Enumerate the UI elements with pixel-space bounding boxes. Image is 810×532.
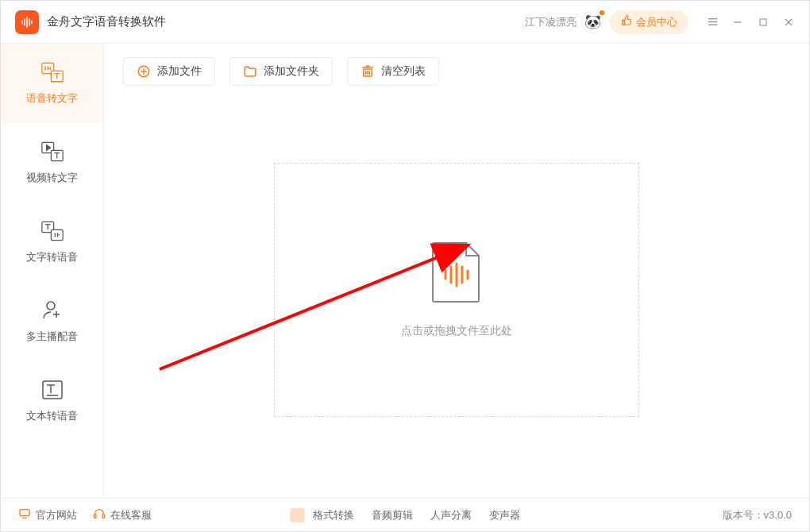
sidebar-item-video-to-text[interactable]: 视频转文字 <box>1 123 103 202</box>
drop-zone[interactable]: 点击或拖拽文件至此处 <box>274 163 639 417</box>
member-center-button[interactable]: 会员中心 <box>610 10 688 34</box>
audio-edit-link[interactable]: 音频剪辑 <box>372 508 413 522</box>
footer-link-label: 音频剪辑 <box>372 508 413 522</box>
plus-circle-icon <box>137 64 151 79</box>
svg-rect-30 <box>51 229 63 240</box>
voice-changer-link[interactable]: 变声器 <box>489 508 520 522</box>
add-folder-button[interactable]: 添加文件夹 <box>230 57 333 86</box>
avatar-panda-icon[interactable]: 🐼 <box>581 11 604 33</box>
official-website-label: 官方网站 <box>36 508 77 522</box>
sidebar-item-label: 语音转文字 <box>26 91 78 106</box>
text-to-audio-icon <box>41 220 64 242</box>
maximize-button[interactable] <box>750 10 776 35</box>
sidebar-item-label: 视频转文字 <box>26 171 78 185</box>
app-logo <box>15 10 39 34</box>
add-file-button[interactable]: 添加文件 <box>123 57 215 86</box>
headset-icon <box>93 507 106 522</box>
footer-link-label: 变声器 <box>489 508 520 522</box>
official-website-link[interactable]: 官方网站 <box>18 507 77 522</box>
online-support-link[interactable]: 在线客服 <box>93 507 152 522</box>
svg-rect-62 <box>102 515 105 518</box>
minimize-button[interactable] <box>725 10 750 35</box>
vocal-separate-link[interactable]: 人声分离 <box>430 508 472 522</box>
multi-anchor-icon <box>41 299 64 322</box>
svg-rect-3 <box>29 18 30 25</box>
video-to-text-icon <box>41 141 64 163</box>
version-info: 版本号：v3.0.0 <box>723 508 792 522</box>
member-center-label: 会员中心 <box>636 15 677 29</box>
menu-button[interactable] <box>700 10 725 35</box>
footer-link-label: 人声分离 <box>430 508 472 522</box>
sidebar-item-multi-anchor[interactable]: 多主播配音 <box>1 282 103 361</box>
drop-zone-hint: 点击或拖拽文件至此处 <box>401 324 512 338</box>
online-support-label: 在线客服 <box>110 508 152 522</box>
clear-list-button[interactable]: 清空列表 <box>347 57 439 86</box>
monitor-icon <box>18 507 31 522</box>
sidebar-item-text-to-speech[interactable]: 文本转语音 <box>1 361 103 441</box>
trash-icon <box>361 64 375 79</box>
user-name[interactable]: 江下凌漂亮 <box>525 15 577 29</box>
app-title: 金舟文字语音转换软件 <box>47 14 166 29</box>
format-icon <box>291 508 305 522</box>
svg-rect-9 <box>760 19 766 25</box>
svg-rect-1 <box>24 18 25 25</box>
audio-to-text-icon <box>41 61 64 83</box>
add-file-label: 添加文件 <box>157 64 202 79</box>
sidebar-item-label: 文字转语音 <box>26 250 78 264</box>
svg-rect-59 <box>20 510 29 516</box>
svg-point-36 <box>47 302 55 310</box>
svg-rect-2 <box>26 17 28 28</box>
close-button[interactable] <box>776 10 801 35</box>
audio-file-icon <box>431 241 482 306</box>
footer-link-label: 格式转换 <box>313 508 354 522</box>
add-folder-label: 添加文件夹 <box>264 64 319 79</box>
sidebar: 语音转文字 视频转文字 文字转语音 多主播配音 文本转语音 <box>1 44 104 498</box>
sidebar-item-text-to-audio[interactable]: 文字转语音 <box>1 202 103 282</box>
sidebar-item-label: 多主播配音 <box>26 330 78 344</box>
svg-marker-23 <box>46 145 50 151</box>
folder-icon <box>243 64 257 79</box>
svg-rect-4 <box>31 20 33 24</box>
text-to-speech-icon <box>41 379 64 401</box>
sidebar-item-audio-to-text[interactable]: 语音转文字 <box>1 44 103 123</box>
format-convert-link[interactable]: 格式转换 <box>291 508 354 522</box>
svg-rect-61 <box>94 515 96 518</box>
svg-rect-0 <box>21 20 23 24</box>
thumbs-up-icon <box>621 15 632 29</box>
sidebar-item-label: 文本转语音 <box>26 409 78 423</box>
clear-list-label: 清空列表 <box>381 64 426 79</box>
